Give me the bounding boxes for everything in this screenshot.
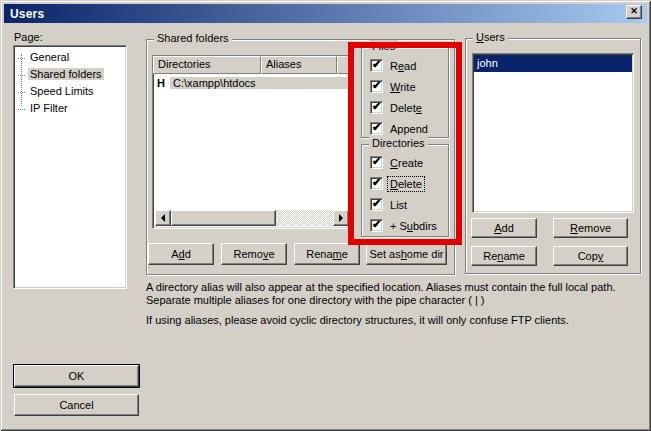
files-delete-row: Delete	[370, 99, 446, 116]
read-checkbox[interactable]	[370, 59, 383, 72]
ok-button[interactable]: OK	[14, 365, 139, 387]
window-title: Users	[10, 7, 44, 21]
dir-delete-label[interactable]: Delete	[388, 177, 424, 191]
column-header-directories[interactable]: Directories	[153, 56, 261, 74]
column-header-aliases[interactable]: Aliases	[261, 56, 337, 74]
directories-list[interactable]: Directories Aliases H C:\xampp\htdocs	[152, 55, 352, 229]
dialog-window: Users ✕ Page: General Shared folders Spe…	[0, 0, 651, 431]
append-label[interactable]: Append	[388, 122, 430, 136]
file-delete-checkbox[interactable]	[370, 101, 383, 114]
create-checkbox[interactable]	[370, 156, 383, 169]
alias-help-paragraph-1: A directory alias will also appear at th…	[146, 281, 634, 307]
users-listbox[interactable]: john	[472, 53, 634, 213]
write-label[interactable]: Write	[388, 80, 418, 94]
set-as-home-dir-button[interactable]: Set as home dir	[366, 243, 447, 265]
files-read-row: Read	[370, 57, 446, 74]
users-group-label: Users	[473, 31, 508, 43]
dir-delete-checkbox[interactable]	[370, 177, 383, 190]
page-item-ip-filter[interactable]: IP Filter	[14, 100, 126, 117]
page-label: Page:	[14, 31, 43, 43]
page-listbox[interactable]: General Shared folders Speed Limits IP F…	[13, 45, 127, 289]
files-group-label: Files	[369, 40, 398, 52]
directories-list-header: Directories Aliases	[153, 56, 351, 74]
tree-line	[18, 92, 25, 93]
shared-add-button[interactable]: Add	[148, 243, 214, 265]
scroll-left-icon	[157, 214, 165, 222]
alias-help-text: A directory alias will also appear at th…	[146, 281, 634, 327]
directories-group-label: Directories	[369, 137, 428, 149]
page-item-shared-folders[interactable]: Shared folders	[14, 66, 126, 83]
files-append-row: Append	[370, 120, 446, 137]
dirs-delete-row: Delete	[370, 175, 446, 192]
cancel-button[interactable]: Cancel	[14, 394, 139, 416]
tree-line	[18, 109, 25, 110]
shared-folders-group-label: Shared folders	[154, 32, 232, 44]
page-item-general[interactable]: General	[14, 49, 126, 66]
shared-rename-button[interactable]: Rename	[294, 243, 360, 265]
user-copy-button[interactable]: Copy	[553, 246, 628, 266]
horizontal-scrollbar[interactable]	[155, 210, 349, 226]
close-icon: ✕	[630, 7, 638, 16]
user-item-john[interactable]: john	[474, 55, 632, 72]
close-button[interactable]: ✕	[626, 5, 642, 19]
directories-permissions-group: Directories Create Delete List + Subdirs	[361, 144, 449, 237]
user-rename-button[interactable]: Rename	[471, 246, 537, 266]
page-item-speed-limits[interactable]: Speed Limits	[14, 83, 126, 100]
subdirs-label[interactable]: + Subdirs	[388, 219, 439, 233]
subdirs-checkbox[interactable]	[370, 219, 383, 232]
dirs-subdirs-row: + Subdirs	[370, 217, 446, 234]
directory-row[interactable]: H C:\xampp\htdocs	[153, 75, 351, 91]
shared-remove-button[interactable]: Remove	[221, 243, 287, 265]
column-header-filler	[337, 56, 351, 74]
files-write-row: Write	[370, 78, 446, 95]
title-bar[interactable]: Users	[4, 4, 647, 23]
directory-path: C:\xampp\htdocs	[170, 77, 351, 89]
file-delete-label[interactable]: Delete	[388, 101, 424, 115]
list-checkbox[interactable]	[370, 198, 383, 211]
create-label[interactable]: Create	[388, 156, 425, 170]
scroll-left-button[interactable]	[155, 210, 171, 226]
tree-line	[18, 58, 25, 59]
scroll-right-icon	[339, 214, 347, 222]
write-checkbox[interactable]	[370, 80, 383, 93]
home-dir-marker: H	[157, 77, 169, 89]
list-label[interactable]: List	[388, 198, 409, 212]
user-add-button[interactable]: Add	[471, 218, 537, 238]
scroll-thumb[interactable]	[171, 210, 276, 226]
tree-line	[18, 75, 25, 76]
alias-help-paragraph-2: If using aliases, please avoid cyclic di…	[146, 314, 634, 327]
files-group: Files Read Write Delete Append	[361, 47, 449, 138]
user-remove-button[interactable]: Remove	[553, 218, 628, 238]
dirs-list-row: List	[370, 196, 446, 213]
scroll-track[interactable]	[276, 210, 333, 226]
append-checkbox[interactable]	[370, 122, 383, 135]
scroll-right-button[interactable]	[333, 210, 349, 226]
read-label[interactable]: Read	[388, 59, 418, 73]
dirs-create-row: Create	[370, 154, 446, 171]
